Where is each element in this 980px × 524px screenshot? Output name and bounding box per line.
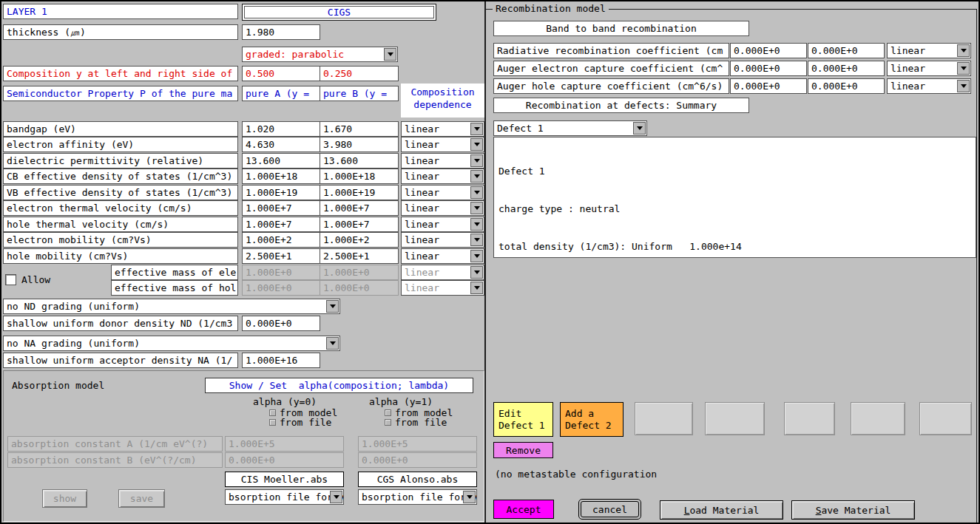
edit-defect-line2: Defect 1: [499, 420, 545, 432]
add-defect-button[interactable]: Add aDefect 2: [560, 402, 624, 437]
defect-info-line: charge type : neutral: [499, 203, 971, 215]
composition-dependence-line1: Composition: [410, 86, 474, 98]
coefficient-a-input[interactable]: 0.000E+0: [730, 61, 807, 76]
composition-left-input[interactable]: 0.500: [242, 66, 320, 81]
grading-dropdown-value: graded: parabolic: [246, 49, 344, 60]
interpolation-dropdown[interactable]: linear: [887, 61, 971, 76]
alpha-y0-from-model-radio[interactable]: [269, 409, 276, 416]
alpha-y0-from-file-label: from file: [280, 417, 331, 428]
pure-b-value-input[interactable]: 1.000E+2: [320, 232, 399, 248]
absorption-file-y0-button[interactable]: CIS Moeller.abs: [225, 472, 344, 487]
defect-info-line: total density (1/cm3): Uniform 1.000e+14: [499, 240, 971, 253]
absorption-file-y1-button[interactable]: CGS Alonso.abs: [358, 472, 477, 487]
pure-b-value-input[interactable]: 1.000E+18: [320, 169, 399, 184]
interpolation-dropdown: linear: [401, 265, 484, 280]
thickness-input[interactable]: 1.980: [242, 24, 320, 40]
interpolation-dropdown[interactable]: linear: [401, 248, 484, 264]
alpha-y0-from-file-radio[interactable]: [269, 419, 276, 426]
interpolation-dropdown[interactable]: linear: [401, 185, 484, 200]
add-defect-line1: Add a: [565, 408, 594, 420]
na-grading-dropdown[interactable]: no NA grading (uniform): [3, 336, 340, 351]
composition-dependence-header: Compositiondependence: [401, 84, 484, 118]
pure-a-value-input[interactable]: 1.000E+18: [242, 169, 320, 184]
chevron-down-icon: [633, 122, 646, 135]
chevron-down-icon: [957, 62, 970, 75]
pure-a-value-input[interactable]: 13.600: [242, 153, 320, 169]
pure-a-header: pure A (y =: [242, 86, 320, 101]
coefficient-b-input[interactable]: 0.000E+0: [808, 43, 885, 58]
pure-a-value-input[interactable]: 2.500E+1: [242, 248, 320, 264]
interpolation-dropdown: linear: [401, 280, 484, 296]
chevron-down-icon: [470, 250, 483, 262]
remove-defect-button[interactable]: Remove: [493, 442, 553, 458]
nd-grading-dropdown[interactable]: no ND grading (uniform): [3, 299, 340, 314]
interpolation-dropdown[interactable]: linear: [401, 232, 484, 248]
interpolation-dropdown[interactable]: linear: [401, 121, 484, 137]
load-material-button[interactable]: Load Material: [660, 500, 783, 520]
interpolation-value: linear: [405, 203, 439, 214]
interpolation-dropdown[interactable]: linear: [887, 78, 971, 94]
pure-b-value-input[interactable]: 13.600: [320, 153, 399, 169]
alpha-y1-from-file-label: from file: [395, 417, 447, 428]
scaps-layer-properties-window: LAYER 1 CIGS thickness (㎛) 1.980 graded:…: [0, 0, 980, 524]
chevron-down-icon: [470, 138, 483, 151]
interpolation-dropdown[interactable]: linear: [401, 217, 484, 232]
chevron-down-icon: [470, 170, 483, 183]
nd-grading-value: no ND grading (uniform): [7, 301, 140, 312]
absorption-file-y1-dropdown[interactable]: bsorption file for y =: [358, 489, 477, 505]
interpolation-value: linear: [405, 123, 439, 135]
coefficient-b-input[interactable]: 0.000E+0: [808, 78, 885, 94]
defect-slot-button: [705, 402, 765, 435]
pure-a-value-input[interactable]: 4.630: [242, 137, 320, 152]
chevron-down-icon: [384, 48, 396, 61]
pure-a-value-input[interactable]: 1.000E+7: [242, 200, 320, 216]
allow-checkbox[interactable]: [5, 274, 16, 285]
material-name-field[interactable]: CIGS: [242, 4, 436, 21]
nd-density-input[interactable]: 0.000E+0: [242, 316, 320, 331]
absorption-file-y0-dropdown[interactable]: bsorption file for y =: [225, 489, 344, 505]
pure-b-value-input[interactable]: 1.670: [320, 121, 399, 137]
pure-b-value-input[interactable]: 2.500E+1: [320, 248, 399, 264]
interpolation-value: linear: [891, 81, 925, 92]
absorption-constant-b-y1: 0.000E+0: [358, 452, 477, 468]
defect-selector-dropdown[interactable]: Defect 1: [493, 120, 647, 136]
layer-name-field[interactable]: LAYER 1: [3, 4, 238, 19]
chevron-down-icon: [470, 266, 483, 279]
thickness-label: thickness (㎛): [3, 24, 238, 40]
save-material-button[interactable]: Save Material: [791, 500, 915, 520]
coefficient-a-input[interactable]: 0.000E+0: [730, 78, 807, 94]
interpolation-dropdown[interactable]: linear: [401, 153, 484, 169]
cancel-button[interactable]: cancel: [578, 499, 641, 520]
pure-a-value-input[interactable]: 1.000E+19: [242, 185, 320, 200]
pure-b-value-input[interactable]: 1.000E+7: [320, 217, 399, 232]
pure-b-value-input[interactable]: 1.000E+7: [320, 200, 399, 216]
edit-defect-button[interactable]: EditDefect 1: [493, 402, 553, 437]
interpolation-value: linear: [405, 282, 439, 293]
interpolation-dropdown[interactable]: linear: [401, 169, 484, 184]
pure-a-value-input[interactable]: 1.000E+2: [242, 232, 320, 248]
pure-b-value-input[interactable]: 3.980: [320, 137, 399, 152]
coefficient-row-label: Auger electron capture coefficient (cm^: [493, 61, 729, 76]
property-row-label: hole thermal velocity (cm/s): [3, 217, 238, 232]
coefficient-b-input[interactable]: 0.000E+0: [808, 61, 885, 76]
absorption-constant-b-label: absorption constant B (eV^(?/cm): [7, 452, 223, 468]
absorption-constant-a-label: absorption constant A (1/cm eV^(?): [7, 436, 223, 452]
composition-right-input[interactable]: 0.250: [320, 66, 399, 81]
alpha-y1-from-model-radio[interactable]: [385, 409, 391, 416]
alpha-y1-from-file-radio[interactable]: [385, 419, 391, 426]
grading-dropdown[interactable]: graded: parabolic: [242, 47, 398, 62]
coefficient-a-input[interactable]: 0.000E+0: [730, 43, 807, 58]
interpolation-dropdown[interactable]: linear: [401, 137, 484, 152]
pure-a-value-input[interactable]: 1.000E+7: [242, 217, 320, 232]
pure-b-value-input[interactable]: 1.000E+19: [320, 185, 399, 200]
accept-button[interactable]: Accept: [493, 500, 554, 519]
pure-a-value-input[interactable]: 1.020: [242, 121, 320, 137]
coefficient-row-label: Auger hole capture coefficient (cm^6/s): [493, 78, 729, 94]
defect-info-line: Defect 1: [499, 165, 971, 177]
alpha-y1-label: alpha (y=1): [369, 396, 433, 407]
show-set-alpha-button[interactable]: Show / Set alpha(composition; lambda): [205, 378, 473, 393]
na-density-input[interactable]: 1.000E+16: [242, 353, 320, 368]
interpolation-dropdown[interactable]: linear: [401, 200, 484, 216]
defect-summary-box: Defect 1 charge type : neutral total den…: [493, 137, 976, 258]
interpolation-dropdown[interactable]: linear: [887, 43, 971, 58]
